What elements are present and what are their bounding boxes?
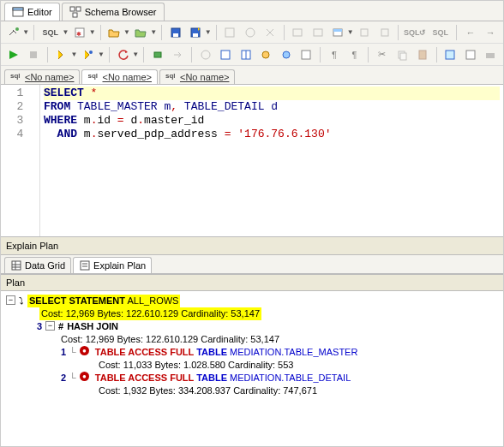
line-num: 3 <box>1 114 39 128</box>
schema3-icon[interactable] <box>237 45 255 64</box>
kw-where: WHERE <box>44 114 77 127</box>
open-folder-icon[interactable] <box>105 23 123 42</box>
editor-icon <box>12 6 24 18</box>
alias-m2: m <box>77 128 91 140</box>
tb6-icon[interactable] <box>328 23 346 42</box>
goto-icon[interactable] <box>169 45 188 64</box>
editor-tab-1[interactable]: sql <No name> <box>4 69 80 84</box>
tb4-icon[interactable] <box>289 23 307 42</box>
section-explain-plan: Explain Plan <box>1 237 503 255</box>
plan-t2-cost: Cost: 1,932 Bytes: 334.208.937 Cardinali… <box>99 384 317 397</box>
tb1-icon[interactable] <box>221 23 239 42</box>
toolbar-2: ▼ ▼ ▼ ¶ ¶ ✂ <box>1 44 503 66</box>
tree-toggle-icon[interactable]: − <box>45 321 55 331</box>
tab-editor[interactable]: Editor <box>4 3 60 21</box>
find-icon[interactable] <box>441 45 460 64</box>
tree-toggle-icon[interactable]: − <box>6 295 15 305</box>
sql-new-icon[interactable]: SQL <box>39 23 62 42</box>
schema6-icon[interactable] <box>297 45 316 64</box>
plan-t2-name: MEDIATION.TABLE_DETAIL <box>230 372 351 383</box>
refresh-icon[interactable] <box>114 45 133 64</box>
tb5-icon[interactable] <box>309 23 327 42</box>
svg-rect-4 <box>73 13 77 17</box>
save-as-icon[interactable] <box>186 23 204 42</box>
plugin-icon[interactable] <box>148 45 167 64</box>
table-scan-icon: ● <box>80 372 89 381</box>
sql-recall2-icon[interactable]: SQL <box>429 23 452 42</box>
find2-icon[interactable] <box>461 45 480 64</box>
open-folder2-icon[interactable] <box>132 23 150 42</box>
copy-icon[interactable] <box>393 45 412 64</box>
svg-rect-36 <box>12 261 21 270</box>
plan-node-table1[interactable]: 1 └ ● TABLE ACCESS FULL TABLE MEDIATION.… <box>54 346 498 372</box>
exec-explain-icon[interactable] <box>79 45 98 64</box>
schema2-icon[interactable] <box>217 45 236 64</box>
schema4-icon[interactable] <box>257 45 276 64</box>
exec-script-icon[interactable] <box>52 45 71 64</box>
schema5-icon[interactable] <box>277 45 296 64</box>
save-icon[interactable] <box>166 23 184 42</box>
editor-tab-1-label: <No name> <box>25 72 74 82</box>
plan-node-hash[interactable]: 3 − # HASH JOIN Cost: 12,969 Bytes: 122.… <box>30 320 498 397</box>
tb8-icon[interactable] <box>375 23 393 42</box>
tab-schema-browser[interactable]: Schema Browser <box>62 3 165 21</box>
svg-rect-11 <box>193 33 198 37</box>
svg-point-21 <box>89 51 93 54</box>
nav-back-icon[interactable]: ← <box>461 23 479 42</box>
paste-icon[interactable] <box>413 45 432 64</box>
result-tabs: Data Grid Explain Plan <box>1 255 503 274</box>
uncomment-icon[interactable]: ¶ <box>345 45 364 64</box>
tab-data-grid[interactable]: Data Grid <box>4 257 71 273</box>
tab-explain-plan[interactable]: Explain Plan <box>73 257 152 273</box>
sql-recall-icon[interactable]: SQL↺ <box>403 23 427 42</box>
plan-node-table2[interactable]: 2 └ ● TABLE ACCESS FULL TABLE MEDIATION.… <box>54 372 498 397</box>
svg-point-5 <box>15 27 19 31</box>
print-icon[interactable] <box>482 45 501 64</box>
alias-d: d <box>124 114 138 127</box>
sql-file-icon: sql <box>87 72 99 82</box>
schema-icon <box>69 6 81 18</box>
editor-tab-3-label: <No name> <box>180 72 229 82</box>
editor-tab-3[interactable]: sql <No name> <box>159 69 235 84</box>
plan-t1-kw: TABLE <box>194 347 230 357</box>
plan-icon <box>79 259 91 271</box>
plan-tree[interactable]: − ⤵ SELECT STATEMENT ALL_ROWS Cost: 12,9… <box>1 291 503 406</box>
cut-icon[interactable]: ✂ <box>373 45 392 64</box>
hash-icon: # <box>58 320 63 333</box>
execute-icon[interactable] <box>4 45 23 64</box>
tune-icon[interactable] <box>196 45 215 64</box>
line-gutter: 1 2 3 4 <box>1 85 40 236</box>
tb3-icon[interactable] <box>261 23 279 42</box>
tree-branch: └ <box>69 346 76 359</box>
tab-schema-label: Schema Browser <box>85 7 157 17</box>
svg-rect-18 <box>361 29 368 36</box>
tb2-icon[interactable] <box>241 23 259 42</box>
alias-m: m <box>77 114 91 127</box>
svg-rect-9 <box>173 33 178 37</box>
editor-tab-2[interactable]: sql <No name> <box>81 69 157 84</box>
col-served: served_pdp_address <box>97 128 224 140</box>
line-num: 1 <box>1 86 39 100</box>
sql-wizard-icon[interactable]: ✱ <box>70 23 88 42</box>
tab-explain-plan-label: Explain Plan <box>93 260 146 271</box>
connect-icon[interactable] <box>4 23 22 42</box>
svg-rect-3 <box>76 7 81 11</box>
comment-icon[interactable]: ¶ <box>325 45 344 64</box>
arrow-icon: ⤵ <box>19 295 24 307</box>
svg-rect-32 <box>419 51 426 59</box>
table-master: TABLE_MASTER m <box>70 100 171 113</box>
svg-rect-19 <box>381 29 388 36</box>
svg-rect-24 <box>221 51 230 59</box>
svg-rect-33 <box>446 51 454 59</box>
tree-branch: └ <box>69 372 76 384</box>
editor-file-tabs: sql <No name> sql <No name> sql <No name… <box>1 66 503 85</box>
plan-column-header: Plan <box>1 275 503 291</box>
tb7-icon[interactable] <box>356 23 374 42</box>
nav-fwd-icon[interactable]: → <box>482 23 500 42</box>
plan-node-select[interactable]: − ⤵ SELECT STATEMENT ALL_ROWS Cost: 12,9… <box>6 295 498 397</box>
stop-icon[interactable] <box>25 45 44 64</box>
svg-rect-22 <box>154 52 161 57</box>
col-masterid: master_id <box>144 114 204 127</box>
code-area[interactable]: SELECT * FROM TABLE_MASTER m, TABLE_DETA… <box>40 85 503 236</box>
sql-editor[interactable]: 1 2 3 4 SELECT * FROM TABLE_MASTER m, TA… <box>1 85 503 237</box>
